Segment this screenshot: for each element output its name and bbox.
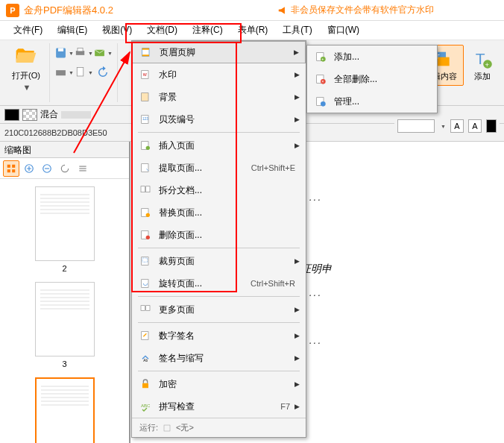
scan-button[interactable]: ▼ (54, 63, 74, 82)
menu-item[interactable]: 替换页面... (132, 201, 306, 224)
svg-text:123: 123 (142, 117, 148, 121)
thumbnail-item[interactable]: 2 (7, 186, 122, 273)
menu-item-shortcut: Ctrl+Shift+R (251, 279, 295, 288)
separator (138, 371, 300, 371)
svg-rect-48 (164, 425, 170, 431)
document-menu-dropdown: 页眉页脚▶W水印▶背景▶123贝茨编号▶插入页面▶提取页面...Ctrl+Shi… (131, 40, 306, 438)
save-button[interactable]: ▼ (54, 43, 74, 63)
menu-form[interactable]: 表单(R) (230, 21, 276, 40)
opacity-slider[interactable] (61, 111, 91, 119)
menu-item[interactable]: 插入页面▶ (132, 134, 306, 157)
menu-item[interactable]: 提取页面...Ctrl+Shift+E (132, 157, 306, 179)
svg-rect-20 (79, 168, 86, 169)
menu-edit[interactable]: 编辑(E) (50, 21, 95, 40)
document-id: 210C012688B2DB08D3E50 (4, 128, 107, 137)
font-larger-button[interactable]: A (450, 119, 464, 133)
printer-icon (74, 46, 86, 60)
menu-item[interactable]: 数字签名▶ (132, 324, 306, 347)
menu-item-label: 数字签名 (159, 330, 294, 342)
print-button[interactable]: ▼ (74, 43, 93, 63)
options-button[interactable] (75, 160, 91, 177)
menu-window[interactable]: 窗口(W) (320, 21, 367, 40)
email-icon (93, 46, 106, 60)
svg-rect-16 (12, 169, 15, 172)
menu-item-icon: 123 (138, 112, 153, 127)
menu-item-icon (138, 302, 153, 317)
email-button[interactable]: ▼ (93, 43, 113, 63)
thumbnails-tab-icon[interactable] (3, 160, 19, 177)
thumbnail-item[interactable]: 4 (7, 377, 122, 443)
menu-comment[interactable]: 注释(C) (185, 21, 230, 40)
menu-item[interactable]: 旋转页面...Ctrl+Shift+R (132, 272, 306, 295)
dropdown-arrow-icon[interactable]: ▼ (441, 124, 446, 129)
menu-item[interactable]: 背景▶ (132, 86, 306, 108)
color-swatch-transparent[interactable] (22, 109, 37, 121)
add-button[interactable]: T+ 添加 (465, 45, 500, 86)
menu-document[interactable]: 文档(D) (139, 21, 185, 40)
svg-rect-13 (7, 164, 10, 167)
menu-file[interactable]: 文件(F) (6, 21, 50, 40)
refresh-icon (96, 66, 110, 79)
submenu-arrow-icon: ▶ (294, 48, 299, 56)
menu-item[interactable]: Ab签名与缩写▶ (132, 347, 306, 369)
dropdown-arrow-icon: ▼ (23, 83, 31, 92)
menu-item[interactable]: 加密▶ (132, 373, 306, 395)
svg-rect-1 (58, 48, 63, 51)
color-swatch-black[interactable] (4, 109, 19, 121)
svg-text:ABC: ABC (141, 403, 151, 408)
menu-item-icon (138, 227, 153, 242)
scanner-icon (54, 66, 67, 79)
thumbnails-panel: 缩略图 2 3 4 (0, 142, 130, 443)
menu-item-icon (138, 205, 153, 220)
menu-item[interactable]: 拆分文档... (132, 179, 306, 201)
menu-item[interactable]: ABC拼写检查F7▶ (132, 395, 306, 418)
menu-item[interactable]: W水印▶ (132, 63, 306, 86)
submenu-delete-all[interactable]: × 全部删除... (307, 68, 437, 90)
menu-tools[interactable]: 工具(T) (275, 21, 319, 40)
menu-item-label: 裁剪页面 (159, 255, 294, 268)
menu-item-label: 贝茨编号 (159, 113, 294, 126)
menu-item[interactable]: 删除页面... (132, 224, 306, 246)
menu-item[interactable]: 裁剪页面▶ (132, 250, 306, 272)
svg-rect-27 (142, 93, 148, 101)
add-text-icon: T+ (472, 48, 493, 69)
menu-item[interactable]: 123贝茨编号▶ (132, 108, 306, 131)
font-size-input[interactable] (397, 119, 435, 133)
menu-item-shortcut: Ctrl+Shift+E (251, 163, 295, 172)
zoom-out-button[interactable] (39, 160, 55, 177)
menu-item-icon (138, 89, 153, 104)
thumbnail-item[interactable]: 3 (7, 282, 122, 368)
menu-item[interactable]: 更多页面▶ (132, 298, 306, 321)
font-smaller-button[interactable]: A (468, 119, 482, 133)
page-button[interactable]: ▼ (74, 63, 93, 82)
open-button[interactable]: 打开(O)▼ (7, 43, 45, 93)
menu-item-shortcut: F7 (280, 402, 290, 411)
submenu-arrow-icon: ▶ (294, 71, 300, 78)
submenu-arrow-icon: ▶ (294, 403, 300, 410)
font-color-button[interactable] (486, 119, 497, 133)
menu-view[interactable]: 视图(V) (95, 21, 139, 40)
submenu-add[interactable]: + 添加... (307, 45, 437, 68)
thumbnails-list: 2 3 4 (0, 179, 129, 443)
separator (138, 248, 300, 248)
menu-item[interactable]: 页眉页脚▶ (132, 41, 306, 63)
menu-item-icon (138, 276, 153, 291)
thumbnails-toolbar (0, 158, 129, 179)
svg-rect-42 (141, 306, 145, 311)
menu-item-icon (138, 328, 153, 343)
header-footer-submenu: + 添加... × 全部删除... 管理... (306, 45, 438, 113)
svg-rect-15 (7, 169, 10, 172)
menu-item-label: 水印 (159, 69, 294, 81)
page-icon (74, 66, 86, 79)
menu-item-label: 旋转页面... (159, 277, 251, 290)
refresh-button[interactable] (93, 63, 113, 82)
rotate-button[interactable] (57, 160, 73, 177)
svg-rect-21 (79, 170, 86, 171)
zoom-in-button[interactable] (21, 160, 37, 177)
submenu-manage[interactable]: 管理... (307, 90, 437, 113)
svg-rect-19 (79, 166, 86, 166)
menu-item-label: 替换页面... (159, 207, 300, 219)
menu-item-label: 插入页面 (159, 139, 294, 152)
thumbnails-title: 缩略图 (0, 142, 129, 158)
svg-rect-23 (142, 48, 149, 50)
